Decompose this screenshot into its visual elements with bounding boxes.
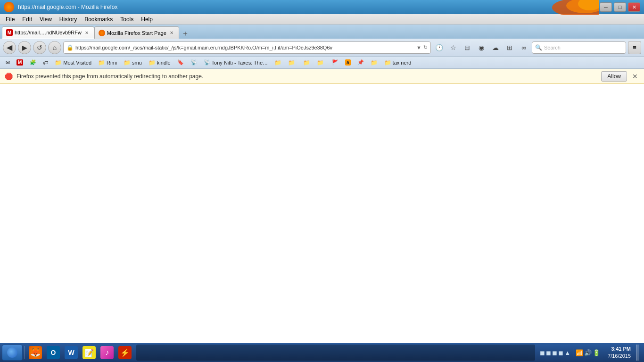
- tray-volume-icon[interactable]: 🔊: [584, 349, 592, 356]
- taskbar-outlook[interactable]: O: [45, 345, 62, 361]
- allow-button[interactable]: Allow: [601, 71, 627, 82]
- tray-separator: [573, 348, 573, 357]
- cloud-icon[interactable]: ☁: [489, 41, 502, 54]
- bookmark-most-visited[interactable]: 📁 Most Visited: [52, 58, 94, 67]
- taskbar-separator: [25, 346, 25, 359]
- bookmark-flag[interactable]: 🚩: [329, 58, 341, 67]
- bookmark-gmail[interactable]: M: [14, 58, 26, 67]
- grid-icon[interactable]: ⊞: [504, 41, 516, 54]
- nav-bar: ◀ ▶ ↺ ⌂ 🔒 https://mail.google.com/_/scs/…: [0, 39, 644, 57]
- bookmark-smu-label: smu: [132, 60, 142, 66]
- menu-view[interactable]: View: [36, 15, 56, 24]
- taskbar-outlook-icon: O: [47, 346, 60, 359]
- pocket-icon[interactable]: ◉: [475, 41, 487, 54]
- bookmark-tag[interactable]: 🏷: [40, 58, 51, 67]
- sys-tray: ◼ ◼ ◼ ◼ ▲ 📶 🔊 🔋: [538, 348, 602, 357]
- folder-icon: 📁: [55, 59, 62, 66]
- taskbar-flash[interactable]: ⚡: [116, 345, 133, 361]
- new-tab-button[interactable]: ＋: [179, 28, 191, 39]
- svg-point-0: [552, 0, 599, 15]
- tab-firefox-close[interactable]: ✕: [168, 30, 175, 36]
- menu-bookmarks[interactable]: Bookmarks: [81, 15, 116, 24]
- menu-edit[interactable]: Edit: [18, 15, 36, 24]
- minimize-button[interactable]: ─: [600, 2, 612, 12]
- tab-gmail[interactable]: M https://mail.…ndNUevb9RFw ✕: [2, 26, 94, 39]
- svg-point-1: [566, 0, 599, 13]
- start-button[interactable]: [2, 345, 23, 361]
- tray-icon-4[interactable]: ◼: [558, 349, 563, 356]
- tray-icon-3[interactable]: ◼: [552, 349, 557, 356]
- bookmark-amazon[interactable]: a: [342, 58, 354, 67]
- tab-firefox-start[interactable]: Mozilla Firefox Start Page ✕: [94, 26, 179, 39]
- history-icon[interactable]: 🕐: [433, 41, 445, 54]
- amazon-icon: a: [345, 59, 351, 66]
- search-bar[interactable]: 🔍 Search: [532, 41, 626, 54]
- firefox-logo-icon: [4, 2, 14, 12]
- bookmark-life[interactable]: 📁: [314, 58, 328, 67]
- notification-close-button[interactable]: ✕: [631, 72, 639, 81]
- bookmark-star-icon[interactable]: ☆: [447, 41, 459, 54]
- taxform-icon: 🔖: [177, 59, 184, 66]
- clock-time: 3:41 PM: [608, 346, 631, 353]
- bookmark-mail-icon[interactable]: ✉: [3, 58, 13, 67]
- bookmark-taxform[interactable]: 🔖: [174, 58, 187, 67]
- bookmark-folder3[interactable]: 📁: [300, 58, 313, 67]
- tab-gmail-close[interactable]: ✕: [83, 29, 90, 36]
- tray-icon-1[interactable]: ◼: [540, 349, 545, 356]
- bookmark-most-visited-label: Most Visited: [63, 60, 91, 66]
- refresh-icon[interactable]: ↻: [423, 44, 428, 50]
- main-content: [0, 84, 644, 343]
- reader-icon[interactable]: ∞: [518, 41, 530, 54]
- clock-date: 7/16/2015: [608, 353, 631, 360]
- taskbar-sticky[interactable]: 📝: [81, 345, 98, 361]
- rss2-icon: 📡: [204, 59, 210, 66]
- address-dropdown-icon[interactable]: ▼: [416, 45, 421, 50]
- tray-battery-icon[interactable]: 🔋: [593, 349, 600, 356]
- taskbar-word[interactable]: W: [63, 345, 80, 361]
- bookmark-taxnerd[interactable]: 📁 tax nerd: [381, 58, 414, 67]
- bookmark-smu[interactable]: 📁 smu: [121, 58, 145, 67]
- bookmark-rss1[interactable]: 📡: [188, 58, 200, 67]
- bookmark-puzzle[interactable]: 🧩: [27, 58, 39, 67]
- bookmark-kindle-label: kindle: [157, 60, 171, 66]
- system-clock[interactable]: 3:41 PM 7/16/2015: [604, 346, 635, 360]
- address-bar[interactable]: 🔒 https://mail.google.com/_/scs/mail-sta…: [63, 41, 431, 54]
- back-button[interactable]: ◀: [3, 41, 16, 54]
- svg-point-2: [578, 0, 599, 10]
- home-button[interactable]: ⌂: [48, 41, 61, 54]
- reload-button[interactable]: ↺: [33, 41, 46, 54]
- notification-warning-icon: 🛑: [5, 73, 13, 80]
- maximize-button[interactable]: □: [614, 2, 626, 12]
- bookmark-pin[interactable]: 📌: [355, 58, 367, 67]
- bookmark-tony[interactable]: 📡 Tony Nitti - Taxes: The…: [201, 58, 271, 67]
- folder2-icon: 📁: [274, 59, 281, 66]
- menu-history[interactable]: History: [56, 15, 81, 24]
- menu-bar: File Edit View History Bookmarks Tools H…: [0, 14, 644, 25]
- menu-file[interactable]: File: [2, 15, 18, 24]
- menu-tools[interactable]: Tools: [116, 15, 137, 24]
- taskbar-firefox[interactable]: 🦊: [27, 345, 44, 361]
- bookmark-rimi[interactable]: 📁 Rimi: [95, 58, 120, 67]
- flag-icon: 🚩: [332, 59, 339, 66]
- window-title: https://mail.google.com - Mozilla Firefo…: [18, 4, 117, 10]
- bookmark-kindle[interactable]: 📁 kindle: [146, 58, 173, 67]
- bookmark-list-icon[interactable]: ⊟: [461, 41, 473, 54]
- tag-icon: 🏷: [43, 60, 48, 66]
- hamburger-menu-button[interactable]: ≡: [628, 41, 641, 54]
- pin-icon: 📌: [357, 59, 364, 66]
- tray-network-icon[interactable]: 📶: [576, 349, 583, 356]
- search-icon: 🔍: [535, 44, 542, 51]
- tray-icon-expand[interactable]: ▲: [564, 349, 570, 356]
- forward-button[interactable]: ▶: [18, 41, 31, 54]
- show-desktop-button[interactable]: [636, 345, 639, 361]
- search-placeholder: Search: [544, 45, 561, 50]
- taskbar-sticky-icon: 📝: [83, 346, 96, 359]
- bookmark-folder2[interactable]: 📁: [272, 58, 284, 67]
- menu-help[interactable]: Help: [137, 15, 157, 24]
- taskbar-itunes[interactable]: ♪: [99, 345, 116, 361]
- tray-icon-2[interactable]: ◼: [546, 349, 551, 356]
- close-button[interactable]: ✕: [628, 2, 640, 12]
- bookmark-ps[interactable]: 📁: [285, 58, 299, 67]
- tab-gmail-title: https://mail.…ndNUevb9RFw: [15, 30, 82, 35]
- bookmark-folder4[interactable]: 📁: [368, 58, 380, 67]
